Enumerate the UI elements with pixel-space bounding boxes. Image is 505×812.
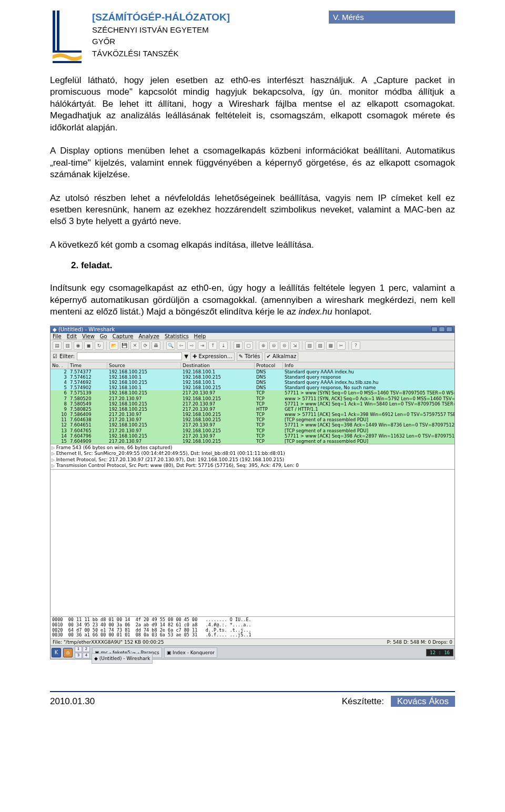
tool-interfaces-icon[interactable]: ▤ [53, 341, 62, 350]
tool-last-icon[interactable]: ⤓ [219, 341, 228, 350]
table-row[interactable]: 57.574902192.168.100.1192.168.100.215DNS… [50, 385, 454, 390]
tool-prefs-icon[interactable]: ✂ [337, 341, 346, 350]
clock[interactable]: 12 : 16 [426, 649, 453, 656]
blank-area [50, 469, 454, 616]
table-row[interactable]: 77.580520217.20.130.97192.168.100.215TCP… [50, 396, 454, 401]
table-row[interactable]: 87.580549192.168.100.215217.20.130.97TCP… [50, 401, 454, 407]
table-row[interactable]: 47.574692192.168.100.215192.168.100.1DNS… [50, 380, 454, 385]
tool-stop-icon[interactable]: ◼ [84, 341, 93, 350]
tool-help-icon[interactable]: ? [351, 341, 360, 350]
paragraph-5: Indítsunk egy csomagelkapást az eth0-en,… [50, 282, 455, 318]
wireshark-screenshot: ◆ (Untitled) - Wireshark File Edit View … [50, 326, 455, 660]
menu-capture[interactable]: Capture [113, 333, 134, 339]
close-icon[interactable] [446, 327, 452, 332]
filter-bar: ☑ Eilter: ▼ ✚ Expression… ✎ Törlés ✔ Alk… [50, 351, 454, 362]
table-row[interactable]: 157.604909217.20.130.97192.168.100.215TC… [50, 439, 454, 444]
tool-zoomout-icon[interactable]: ⊖ [269, 341, 278, 350]
col-protocol[interactable]: Protocol [255, 362, 283, 369]
home-icon[interactable]: ⌂ [63, 648, 73, 657]
tool-dispfilter-icon[interactable]: ▨ [316, 341, 325, 350]
paragraph-2: A Display options menüben lehet a csomag… [50, 145, 455, 180]
menu-file[interactable]: File [53, 333, 62, 339]
tool-colorize-icon[interactable]: ▦ [234, 341, 243, 350]
maximize-icon[interactable] [439, 327, 445, 332]
p5-text-a: Indítsunk egy csomagelkapást az eth0-en,… [50, 283, 455, 317]
tool-back-icon[interactable]: ⇦ [177, 341, 186, 350]
menu-edit[interactable]: Edit [67, 333, 77, 339]
apply-button[interactable]: ✔ Alkalmaz [265, 352, 299, 361]
wireshark-titlebar[interactable]: ◆ (Untitled) - Wireshark [50, 326, 454, 333]
tool-zoom100-icon[interactable]: ⊜ [280, 341, 289, 350]
tool-options-icon[interactable]: ▥ [63, 341, 72, 350]
table-row[interactable]: 107.586409217.20.130.97192.168.100.215TC… [50, 412, 454, 417]
table-row[interactable]: 117.604638217.20.130.97192.168.100.215TC… [50, 417, 454, 422]
menu-help[interactable]: Help [194, 333, 206, 339]
packet-detail[interactable]: Frame 543 (66 bytes on wire, 66 bytes ca… [50, 444, 454, 469]
tool-save-icon[interactable]: 💾 [120, 341, 129, 350]
table-row[interactable]: 67.575139192.168.100.215217.20.130.97TCP… [50, 390, 454, 395]
menu-statistics[interactable]: Statistics [165, 333, 189, 339]
taskbar-item[interactable]: ▣ Index - Konqueror [164, 647, 217, 658]
col-dest[interactable]: Destination [181, 362, 255, 369]
col-info[interactable]: Info [283, 362, 454, 369]
detail-line[interactable]: Ethernet II, Src: SunMicro_20:49:55 (00:… [52, 451, 453, 456]
status-file: File: "/tmp/etherXXXXG8A9U" 152 KB 00:00… [53, 640, 164, 645]
app-icon: ◆ [53, 327, 57, 332]
menu-go[interactable]: Go [100, 333, 107, 339]
tool-coloring-icon[interactable]: ▩ [326, 341, 335, 350]
tool-restart-icon[interactable]: ↻ [95, 341, 104, 350]
col-source[interactable]: Source [107, 362, 181, 369]
detail-line[interactable]: Frame 543 (66 bytes on wire, 66 bytes ca… [52, 445, 453, 451]
detail-line[interactable]: Internet Protocol, Src: 217.20.130.97 (2… [52, 457, 453, 463]
menubar[interactable]: File Edit View Go Capture Analyze Statis… [50, 333, 454, 340]
tool-close-icon[interactable]: ✕ [130, 341, 139, 350]
clear-button[interactable]: ✎ Törlés [237, 352, 262, 361]
table-row[interactable]: 137.604765217.20.130.97192.168.100.215TC… [50, 428, 454, 433]
packet-list[interactable]: 27.574377192.168.100.215192.168.100.1DNS… [50, 369, 454, 444]
menu-analyze[interactable]: Analyze [138, 333, 159, 339]
col-time[interactable]: Time [68, 362, 107, 369]
taskbar-item[interactable]: ◆ (Untitled) - Wireshark [92, 653, 153, 664]
department-name: TÁVKÖZLÉSI TANSZÉK [92, 48, 455, 59]
tool-start-icon[interactable]: ◉ [74, 341, 83, 350]
tool-open-icon[interactable]: 📂 [109, 341, 118, 350]
tool-autoscroll-icon[interactable]: ▢ [244, 341, 253, 350]
tool-fwd-icon[interactable]: ⇨ [187, 341, 196, 350]
tool-first-icon[interactable]: ⤒ [208, 341, 217, 350]
svg-rect-3 [53, 61, 82, 63]
expression-button[interactable]: ✚ Expression… [190, 352, 235, 361]
col-no[interactable]: No. . [50, 362, 68, 369]
hex-dump[interactable]: 0000 00 11 11 bb d8 01 00 14 4f 20 49 55… [50, 616, 454, 638]
minimize-icon[interactable] [431, 327, 438, 332]
tool-print-icon[interactable]: 🖶 [152, 341, 160, 350]
university-name: SZÉCHENYI ISTVÁN EGYETEM [92, 25, 455, 35]
table-row[interactable]: 127.604651192.168.100.215217.20.130.97TC… [50, 422, 454, 428]
dropdown-icon[interactable]: ▼ [184, 353, 188, 359]
window-title: (Untitled) - Wireshark [58, 327, 115, 332]
paragraph-4: A következő két gomb a csomag elkapás in… [50, 239, 455, 251]
tool-zoomin-icon[interactable]: ⊕ [259, 341, 268, 350]
tool-resize-icon[interactable]: ⇲ [290, 341, 299, 350]
packet-list-header[interactable]: No. . Time Source Destination Protocol I… [50, 362, 454, 369]
tool-find-icon[interactable]: 🔍 [166, 341, 175, 350]
desktop-pager[interactable]: 1234 [75, 646, 90, 658]
table-row[interactable]: 97.580825192.168.100.215217.20.130.97HTT… [50, 407, 454, 412]
kmenu-icon[interactable]: K [52, 648, 61, 657]
filter-label: Eilter: [59, 353, 75, 359]
footer-label: Készítette: [342, 696, 384, 706]
paragraph-1: Legfelül látható, hogy jelen esetben az … [50, 75, 455, 134]
detail-line[interactable]: Transmission Control Protocol, Src Port:… [52, 463, 453, 469]
tool-capfilter-icon[interactable]: ▧ [305, 341, 314, 350]
filter-input[interactable] [77, 352, 182, 360]
table-row[interactable]: 27.574377192.168.100.215192.168.100.1DNS… [50, 369, 454, 374]
doc-title: [SZÁMÍTÓGÉP-HÁLÓZATOK] [92, 12, 230, 23]
tool-reload-icon[interactable]: ⟳ [141, 341, 150, 350]
kde-taskbar[interactable]: K ⌂ 1234 ▣ mc - fekete5:~ - Parancs ▣ In… [50, 645, 454, 659]
toolbar: ▤ ▥ ◉ ◼ ↻ 📂 💾 ✕ ⟳ 🖶 🔍 ⇦ ⇨ ⇥ ⤒ ⤓ ▦ ▢ ⊕ ⊖ … [50, 340, 454, 351]
tool-goto-icon[interactable]: ⇥ [198, 341, 207, 350]
svg-rect-0 [53, 11, 55, 52]
table-row[interactable]: 37.574612192.168.100.1192.168.100.215DNS… [50, 374, 454, 380]
p5-text-b: honlapot. [332, 307, 372, 317]
table-row[interactable]: 147.604796192.168.100.215217.20.130.97TC… [50, 433, 454, 439]
menu-view[interactable]: View [82, 333, 95, 339]
